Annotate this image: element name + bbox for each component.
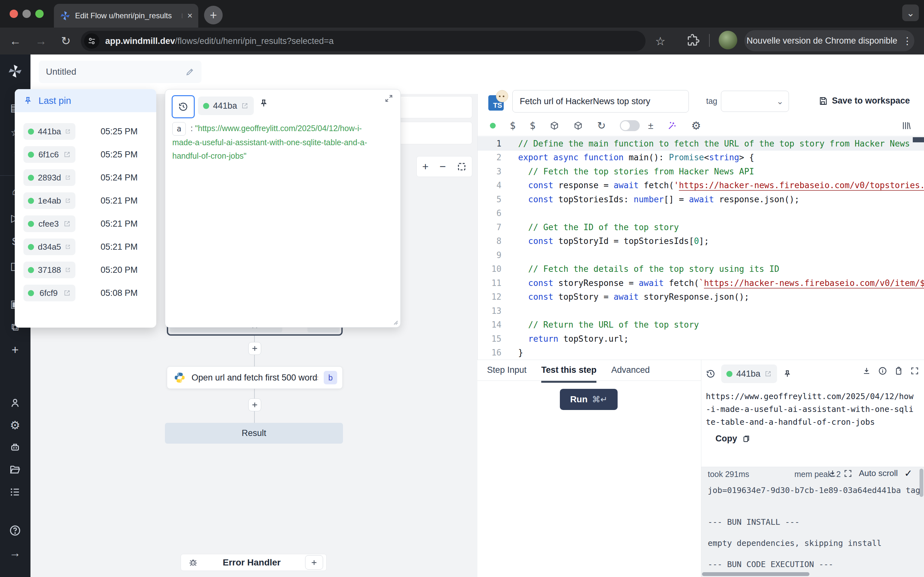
sidebar-help-icon[interactable] bbox=[7, 523, 23, 538]
diff-mode-toggle[interactable] bbox=[620, 120, 640, 131]
tab-search-chevron-icon[interactable]: ⌄ bbox=[902, 5, 919, 21]
tag-select[interactable]: ⌄ bbox=[721, 91, 789, 112]
external-link-icon[interactable] bbox=[65, 266, 71, 274]
sidebar-item-add-icon[interactable]: + bbox=[7, 342, 23, 358]
code-line[interactable]: 16 } bbox=[478, 346, 924, 360]
library-icon[interactable] bbox=[901, 121, 911, 131]
external-link-icon[interactable] bbox=[63, 220, 71, 227]
minimize-window-button[interactable] bbox=[23, 10, 31, 18]
sidebar-item-settings-gear-icon[interactable]: ⚙ bbox=[7, 418, 23, 433]
reload-icon[interactable]: ↻ bbox=[61, 34, 71, 48]
history-button[interactable] bbox=[172, 95, 195, 118]
windmill-logo-icon[interactable] bbox=[7, 63, 23, 79]
edit-pencil-icon[interactable] bbox=[186, 67, 194, 76]
step-title-input[interactable]: Fetch url of HackerNews top story bbox=[512, 90, 689, 113]
horizontal-scrollbar[interactable] bbox=[702, 572, 809, 576]
pin-job-badge[interactable]: 441ba bbox=[23, 123, 75, 140]
code-line[interactable]: 3 // Fetch the top stories from Hacker N… bbox=[478, 164, 924, 179]
job-id-badge[interactable]: 441ba bbox=[198, 97, 254, 115]
code-line[interactable]: 15 return topStory.url; bbox=[478, 332, 924, 346]
code-line[interactable]: 14 // Return the URL of the top story bbox=[478, 318, 924, 332]
ai-wand-icon[interactable] bbox=[667, 121, 677, 131]
expand-popup-icon[interactable] bbox=[384, 94, 393, 103]
history-icon[interactable] bbox=[706, 369, 716, 379]
diff-icon[interactable]: ± bbox=[648, 120, 653, 131]
pin-list-item[interactable]: d34a5 05:21 PM bbox=[23, 239, 156, 255]
fullscreen-icon[interactable] bbox=[843, 469, 853, 478]
pin-job-badge[interactable]: 1e4ab bbox=[23, 192, 75, 209]
pin-list-item[interactable]: 6fcf9 05:08 PM bbox=[23, 285, 156, 301]
clipboard-icon[interactable] bbox=[894, 366, 903, 376]
code-line[interactable]: 13 bbox=[478, 304, 924, 318]
pin-job-badge[interactable]: 2893d bbox=[23, 169, 75, 186]
tab-close-icon[interactable]: × bbox=[187, 11, 192, 21]
flow-name-field[interactable]: Untitled bbox=[39, 61, 202, 83]
pin-icon[interactable] bbox=[783, 369, 792, 378]
code-line[interactable]: 10 // Fetch the details of the top story… bbox=[478, 262, 924, 276]
pin-result-button[interactable] bbox=[259, 98, 268, 108]
code-line[interactable]: 8 const topStoryId = topStoriesIds[0]; bbox=[478, 234, 924, 248]
pin-list-item[interactable]: 6f1c6 05:25 PM bbox=[23, 146, 156, 163]
pin-job-badge[interactable]: 6fcf9 bbox=[23, 285, 75, 301]
external-link-icon[interactable] bbox=[63, 289, 71, 297]
run-button[interactable]: Run ⌘↵ bbox=[560, 389, 618, 410]
external-link-icon[interactable] bbox=[63, 151, 71, 158]
browser-tab[interactable]: Edit Flow u/henri/pin_results | × bbox=[54, 4, 198, 27]
package-icon[interactable] bbox=[549, 121, 559, 131]
vertical-scrollbar[interactable] bbox=[919, 469, 923, 497]
add-error-handler-button[interactable] bbox=[305, 555, 323, 570]
fullscreen-icon[interactable] bbox=[910, 366, 919, 376]
code-line[interactable]: 7 // Get the ID of the top story bbox=[478, 220, 924, 234]
sidebar-expand-arrow-icon[interactable]: → bbox=[7, 545, 23, 561]
external-link-icon[interactable] bbox=[65, 197, 71, 205]
pin-job-badge[interactable]: 37188 bbox=[23, 261, 75, 278]
zoom-in-icon[interactable]: + bbox=[422, 160, 429, 173]
resources-icon[interactable]: $ bbox=[530, 120, 535, 131]
code-line[interactable]: 4 const response = await fetch('https://… bbox=[478, 179, 924, 193]
code-line[interactable]: 2 export async function main(): Promise<… bbox=[478, 151, 924, 165]
sidebar-item-account-icon[interactable] bbox=[7, 395, 23, 411]
code-editor[interactable]: 1 // Define the main function to fetch t… bbox=[478, 137, 924, 359]
pin-list-item[interactable]: 37188 05:20 PM bbox=[23, 261, 156, 278]
code-line[interactable]: 11 const storyResponse = await fetch(`ht… bbox=[478, 276, 924, 290]
sidebar-item-folders-icon[interactable] bbox=[7, 462, 23, 477]
sidebar-item-audit-list-icon[interactable] bbox=[7, 484, 23, 500]
external-link-icon[interactable] bbox=[65, 243, 71, 251]
close-window-button[interactable] bbox=[10, 10, 18, 18]
auto-scroll-checkbox[interactable]: ✓ bbox=[904, 468, 912, 479]
pin-list-item[interactable]: cfee3 05:21 PM bbox=[23, 215, 156, 232]
new-tab-button[interactable]: + bbox=[204, 6, 223, 24]
variables-icon[interactable]: $ bbox=[510, 120, 515, 131]
download-icon[interactable] bbox=[828, 469, 837, 478]
reload-icon[interactable]: ↻ bbox=[597, 119, 606, 132]
maximize-window-button[interactable] bbox=[35, 10, 44, 18]
pin-job-badge[interactable]: 6f1c6 bbox=[23, 146, 75, 163]
external-link-icon[interactable] bbox=[65, 127, 71, 135]
tab-step-input[interactable]: Step Input bbox=[487, 365, 527, 383]
code-line[interactable]: 1 // Define the main function to fetch t… bbox=[478, 137, 924, 151]
fit-view-icon[interactable] bbox=[457, 162, 467, 171]
back-icon[interactable]: ← bbox=[10, 34, 21, 48]
add-step-button[interactable] bbox=[248, 342, 261, 355]
browser-menu-icon[interactable]: ⋮ bbox=[903, 35, 912, 47]
error-handler-node[interactable]: Error Handler bbox=[181, 554, 326, 571]
settings-gear-icon[interactable]: ⚙ bbox=[691, 119, 701, 132]
package-icon[interactable] bbox=[573, 121, 583, 131]
sidebar-item-workers-robot-icon[interactable] bbox=[7, 440, 23, 455]
pin-list-item[interactable]: 2893d 05:24 PM bbox=[23, 169, 156, 186]
pin-list-item[interactable]: 441ba 05:25 PM bbox=[23, 123, 156, 140]
save-to-workspace-button[interactable]: Save to workspace bbox=[819, 96, 910, 106]
flow-node-b[interactable]: Open url and fetch first 500 words of ..… bbox=[167, 366, 342, 389]
pin-job-badge[interactable]: d34a5 bbox=[23, 239, 75, 255]
tab-test-this-step[interactable]: Test this step bbox=[541, 365, 596, 383]
profile-avatar[interactable] bbox=[719, 31, 737, 49]
copy-button[interactable]: Copy bbox=[716, 434, 750, 444]
code-line[interactable]: 9 bbox=[478, 248, 924, 262]
address-bar[interactable]: app.windmill.dev/flows/edit/u/henri/pin_… bbox=[81, 31, 646, 51]
job-id-badge[interactable]: 441ba bbox=[721, 364, 777, 383]
site-settings-icon[interactable] bbox=[84, 33, 99, 49]
url-text[interactable]: app.windmill.dev/flows/edit/u/henri/pin_… bbox=[105, 36, 334, 46]
extensions-icon[interactable] bbox=[686, 33, 700, 47]
code-line[interactable]: 5 const topStoriesIds: number[] = await … bbox=[478, 192, 924, 206]
external-link-icon[interactable] bbox=[764, 370, 772, 378]
